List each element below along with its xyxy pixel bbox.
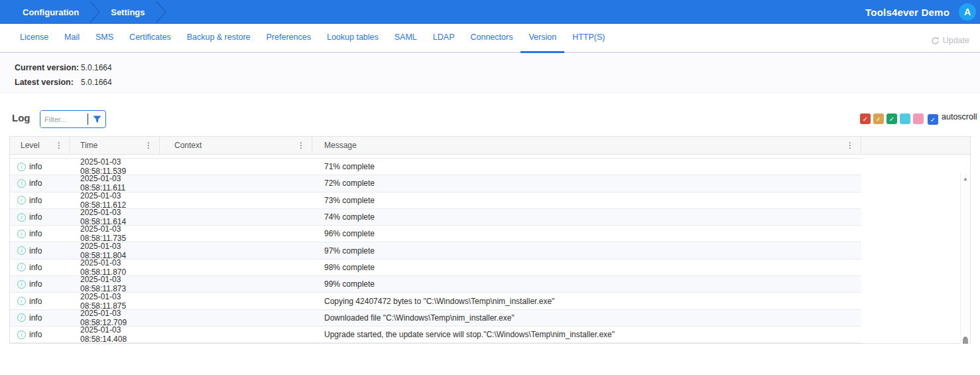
level-cell: info [29,263,42,272]
log-filter-input[interactable] [40,111,88,127]
level-cell: info [29,179,42,188]
tab-bar: LicenseMailSMSCertificatesBackup & resto… [0,24,980,53]
update-button-label: Update [943,36,969,45]
tab-connectors[interactable]: Connectors [462,33,521,53]
time-cell: 2025-01-03 08:58:11.804 [70,242,160,260]
time-cell: 2025-01-03 08:58:11.735 [70,224,160,243]
time-cell: 2025-01-03 08:58:11.875 [70,292,160,311]
level-filter-red-checkbox[interactable]: ✓ [860,113,871,124]
level-filter-cyan-checkbox[interactable] [900,113,910,124]
scroll-down-icon[interactable]: ▼ [961,333,970,342]
message-cell: 73% complete [312,196,861,205]
tab-version[interactable]: Version [521,33,564,53]
funnel-icon [93,115,101,123]
message-cell: 72% complete [312,179,861,188]
message-cell: 99% complete [312,279,861,289]
time-cell: 2025-01-03 08:58:11.614 [70,208,160,226]
log-filter [40,110,106,128]
tab-backup-restore[interactable]: Backup & restore [179,33,259,53]
breadcrumb: Configuration Settings [0,0,168,24]
level-filter-green-checkbox[interactable]: ✓ [887,113,897,124]
message-cell: 97% complete [312,246,861,256]
level-cell: info [29,313,42,323]
scroll-up-icon[interactable]: ▲ [961,174,970,183]
table-row[interactable]: i info 2025-01-03 08:58:11.611 72% compl… [10,175,861,192]
log-table-body: i info 2025-01-03 08:58:11.539 71% compl… [10,155,970,344]
message-cell: 96% complete [312,229,861,238]
log-title: Log [12,112,31,123]
chevron-right-icon [154,0,168,24]
refresh-icon [931,37,940,45]
log-table-header: Level ⋮ Time ⋮ Context ⋮ Message ⋮ [10,137,970,155]
filter-dropdown-button[interactable] [88,111,105,127]
update-button[interactable]: Update [931,36,969,45]
info-icon: i [17,230,26,238]
time-cell: 2025-01-03 08:58:11.870 [70,258,160,277]
breadcrumb-configuration[interactable]: Configuration [13,7,88,17]
message-cell: Copying 42407472 bytes to "C:\Windows\Te… [312,297,861,306]
table-row[interactable]: i info 2025-01-03 08:58:11.804 97% compl… [10,242,861,259]
message-cell: 74% complete [312,212,861,222]
chevron-right-icon [88,0,101,24]
info-icon: i [17,163,26,171]
tab-ldap[interactable]: LDAP [425,33,463,53]
tab-http-s-[interactable]: HTTP(S) [564,33,613,53]
table-row[interactable]: i info 2025-01-03 08:58:11.614 74% compl… [10,209,861,226]
latest-version-label: Latest version: [15,78,81,87]
message-cell: 71% complete [312,162,861,171]
table-row[interactable]: i info 2025-01-03 08:58:14.408 Upgrade s… [10,327,861,343]
column-header-message[interactable]: Message ⋮ [312,137,861,154]
autoscroll-checkbox[interactable]: ✓ [928,114,938,125]
current-version-label: Current version: [15,63,81,72]
log-toolbar: Log ✓✓✓ ✓ autoscroll [0,108,980,131]
avatar[interactable]: A [959,3,976,21]
level-cell: info [29,297,42,306]
tab-license[interactable]: License [12,33,56,53]
version-section: Current version: 5.0.1664 Latest version… [0,54,980,93]
time-cell: 2025-01-03 08:58:11.539 [70,157,160,176]
app-header: Configuration Settings Tools4ever Demo A [0,0,980,24]
table-row[interactable]: i info 2025-01-03 08:58:11.539 71% compl… [10,159,861,175]
brand-title: Tools4ever Demo [865,7,949,18]
message-cell: Upgrade started, the update service will… [312,330,861,339]
column-header-context[interactable]: Context ⋮ [160,137,312,154]
log-table: Level ⋮ Time ⋮ Context ⋮ Message ⋮ i [9,136,971,344]
tab-mail[interactable]: Mail [56,33,88,53]
info-icon: i [17,263,26,271]
table-row[interactable]: i info 2025-01-03 08:58:11.873 99% compl… [10,276,861,293]
column-header-time[interactable]: Time ⋮ [70,137,160,154]
table-row[interactable]: i info 2025-01-03 08:58:11.875 Copying 4… [10,293,861,309]
info-icon: i [17,196,26,204]
autoscroll-label: autoscroll [942,112,977,121]
table-row[interactable]: i info 2025-01-03 08:58:11.612 73% compl… [10,192,861,209]
level-cell: info [29,196,42,205]
current-version-value: 5.0.1664 [81,63,112,72]
level-cell: info [29,212,42,222]
table-row[interactable]: i info 2025-01-03 08:58:12.709 Downloade… [10,310,861,327]
breadcrumb-settings[interactable]: Settings [101,7,154,17]
log-table-body-rows: i info 2025-01-03 08:58:11.539 71% compl… [10,155,861,343]
level-filter-orange-checkbox[interactable]: ✓ [873,113,884,124]
table-row[interactable]: i info 2025-01-03 08:58:11.870 98% compl… [10,260,861,276]
latest-version-value: 5.0.1664 [81,78,112,87]
time-cell: 2025-01-03 08:58:11.612 [70,191,160,210]
info-icon: i [17,331,26,339]
column-header-level[interactable]: Level ⋮ [10,137,70,154]
column-menu-icon[interactable]: ⋮ [297,141,305,150]
tab-certificates[interactable]: Certificates [121,33,179,53]
autoscroll-control: ✓ autoscroll [928,112,977,125]
column-menu-icon[interactable]: ⋮ [846,141,854,150]
tab-lookup-tables[interactable]: Lookup tables [319,33,387,53]
table-row[interactable]: i info 2025-01-03 08:58:11.735 96% compl… [10,226,861,242]
column-menu-icon[interactable]: ⋮ [55,141,63,150]
tab-bar-tabs: LicenseMailSMSCertificatesBackup & resto… [0,24,613,52]
tab-sms[interactable]: SMS [88,33,121,53]
vertical-scrollbar[interactable]: ▲ ▼ [960,173,970,344]
tab-preferences[interactable]: Preferences [259,33,319,53]
tab-saml[interactable]: SAML [387,33,425,53]
info-icon: i [17,280,26,289]
header-right: Tools4ever Demo A [865,3,980,21]
column-menu-icon[interactable]: ⋮ [145,141,153,150]
level-filter-pink-checkbox[interactable] [913,113,924,124]
info-icon: i [17,297,26,305]
